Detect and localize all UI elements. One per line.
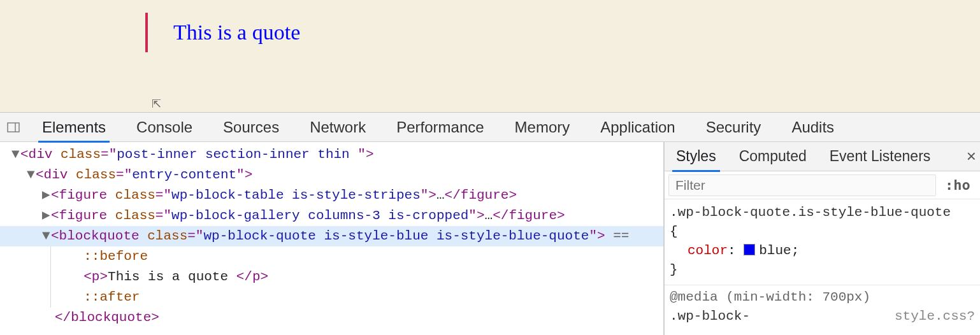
svg-rect-0 (8, 123, 19, 132)
tab-label: Performance (396, 118, 484, 136)
dom-node[interactable]: ▼<div class="entry-content"> (0, 165, 663, 185)
sidebar-tab-styles[interactable]: Styles (665, 142, 728, 171)
brace-open: { (670, 224, 678, 239)
css-selector: .wp-block-quote.is-style-blue-quote (670, 205, 951, 220)
css-rule[interactable]: .wp-block-quote.is-style-blue-quote { co… (665, 199, 980, 285)
quote-text: This is a quote (173, 20, 300, 44)
css-selector: .wp-block- (670, 309, 750, 324)
sidebar-tab-event-listeners[interactable]: Event Listeners (818, 142, 942, 171)
dom-pseudo[interactable]: ::before (0, 246, 663, 267)
css-property[interactable]: color (688, 243, 728, 258)
styles-filter-row: :ho (665, 171, 980, 199)
devtools-tabbar: Elements Console Sources Network Perform… (0, 113, 980, 142)
tab-console[interactable]: Console (121, 113, 208, 142)
disclosure-triangle-icon[interactable]: ▼ (27, 165, 36, 185)
tab-network[interactable]: Network (294, 113, 381, 142)
disclosure-triangle-icon[interactable]: ▶ (42, 206, 51, 226)
disclosure-triangle-icon[interactable]: ▶ (42, 185, 51, 206)
dom-node[interactable]: ▼<div class="post-inner section-inner th… (0, 145, 663, 165)
tab-label: Styles (676, 148, 716, 165)
tab-elements[interactable]: Elements (27, 113, 121, 142)
disclosure-triangle-icon[interactable]: ▼ (11, 145, 20, 165)
tab-label: Security (706, 118, 761, 136)
sidebar-tabbar: Styles Computed Event Listeners × (665, 142, 980, 171)
tab-memory[interactable]: Memory (500, 113, 586, 142)
sidebar-tab-computed[interactable]: Computed (728, 142, 818, 171)
dom-node[interactable]: <p>This is a quote </p> (0, 267, 663, 287)
close-icon[interactable]: × (960, 146, 980, 166)
blockquote-preview: This is a quote (145, 13, 300, 52)
tab-application[interactable]: Application (585, 113, 690, 142)
disclosure-triangle-icon[interactable]: ▼ (42, 226, 51, 246)
tab-label: Memory (515, 118, 570, 136)
tab-label: Computed (739, 148, 807, 165)
elements-panel[interactable]: ▼<div class="post-inner section-inner th… (0, 142, 664, 335)
tab-label: Application (600, 118, 675, 136)
dock-side-icon[interactable] (4, 118, 23, 137)
dom-node[interactable]: ▶<figure class="wp-block-gallery columns… (0, 206, 663, 226)
tab-label: Audits (791, 118, 834, 136)
tab-label: Event Listeners (830, 148, 931, 165)
devtools-panels: ▼<div class="post-inner section-inner th… (0, 142, 980, 335)
styles-panel: Styles Computed Event Listeners × :ho .w… (664, 142, 980, 335)
css-value[interactable]: blue (759, 243, 791, 258)
tab-sources[interactable]: Sources (208, 113, 294, 142)
tab-audits[interactable]: Audits (776, 113, 849, 142)
styles-filter-input[interactable] (668, 175, 936, 196)
resize-handle-icon[interactable]: ⇱ (152, 97, 161, 111)
dom-pseudo[interactable]: ::after (0, 287, 663, 308)
dom-node-close[interactable]: </blockquote> (0, 308, 663, 328)
brace-close: } (670, 262, 678, 277)
tab-label: Network (310, 118, 366, 136)
tab-performance[interactable]: Performance (381, 113, 499, 142)
page-preview: This is a quote ⇱ (0, 0, 980, 112)
dom-node-selected[interactable]: ▼<blockquote class="wp-block-quote is-st… (0, 226, 663, 246)
toggle-hover-button[interactable]: :ho (945, 177, 970, 193)
tab-label: Sources (223, 118, 279, 136)
color-swatch-icon[interactable] (744, 244, 755, 255)
dom-node[interactable]: ▶<figure class="wp-block-table is-style-… (0, 185, 663, 206)
css-media-query: @media (min-width: 700px) (670, 290, 870, 304)
tab-security[interactable]: Security (691, 113, 777, 142)
tab-label: Console (136, 118, 192, 136)
css-rule[interactable]: @media (min-width: 700px) .wp-block-styl… (665, 285, 980, 327)
source-file-link[interactable]: style.css? (895, 307, 975, 326)
tab-label: Elements (42, 118, 106, 136)
devtools: Elements Console Sources Network Perform… (0, 112, 980, 335)
